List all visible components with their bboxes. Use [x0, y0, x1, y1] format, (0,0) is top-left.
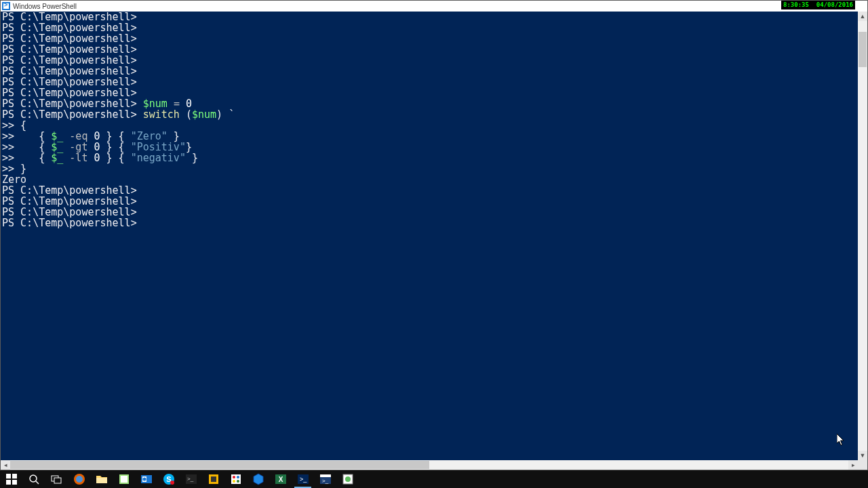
taskbar-excel[interactable]: X [269, 470, 292, 488]
taskbar[interactable]: S >_ X >_ >_ [0, 470, 868, 488]
clock-overlay: 8:30:35 04/08/2016 [781, 1, 855, 9]
camtasia-icon [342, 473, 354, 485]
svg-point-4 [30, 475, 37, 482]
svg-rect-1 [12, 474, 17, 479]
taskview-icon [50, 473, 62, 485]
taskbar-outlook[interactable] [135, 470, 157, 488]
svg-rect-0 [6, 474, 11, 479]
taskbar-paint[interactable] [224, 470, 247, 488]
taskbar-file-explorer[interactable] [90, 470, 113, 488]
virtualbox-icon [252, 473, 264, 485]
vertical-scroll-thumb[interactable] [859, 32, 867, 67]
scroll-right-button[interactable]: ▸ [848, 460, 858, 470]
skype-icon: S [163, 473, 175, 485]
taskbar-skype[interactable]: S [157, 470, 180, 488]
svg-point-9 [76, 476, 83, 483]
svg-point-27 [237, 480, 239, 483]
svg-rect-22 [211, 476, 216, 482]
windows-icon [5, 473, 18, 485]
folder-icon [96, 473, 108, 485]
taskbar-powershell-ise[interactable]: >_ [314, 470, 336, 488]
outlook-icon [140, 473, 153, 485]
vertical-scrollbar[interactable]: ▲ ▼ [858, 12, 867, 460]
powershell-taskbar-icon: >_ [297, 473, 309, 485]
taskbar-notepadpp[interactable] [113, 470, 135, 488]
svg-text:>_: >_ [187, 476, 194, 482]
svg-line-5 [36, 481, 39, 484]
scroll-up-button[interactable]: ▲ [858, 12, 867, 21]
start-button[interactable] [0, 470, 22, 488]
svg-rect-34 [320, 474, 331, 477]
search-button[interactable] [22, 470, 45, 488]
window-title: Windows PowerShell [13, 3, 77, 10]
svg-point-18 [170, 481, 174, 485]
svg-point-37 [345, 476, 351, 482]
titlebar[interactable]: Windows PowerShell 8:30:35 04/08/2016 [1, 1, 867, 12]
svg-point-26 [233, 480, 235, 483]
taskbar-powershell[interactable]: >_ [292, 470, 314, 488]
svg-point-15 [142, 478, 146, 481]
svg-rect-12 [121, 476, 127, 483]
svg-rect-7 [54, 478, 61, 483]
horizontal-scrollbar[interactable]: ◂ ▸ [1, 460, 867, 470]
cmd-icon: >_ [185, 473, 197, 485]
notepadpp-icon [118, 473, 130, 485]
taskbar-app-yellow[interactable] [202, 470, 224, 488]
search-icon [28, 473, 40, 485]
paint-icon [230, 473, 242, 485]
svg-text:>_: >_ [300, 476, 307, 483]
terminal[interactable]: PS C:\Temp\powershell>PS C:\Temp\powersh… [1, 12, 858, 460]
svg-point-25 [237, 476, 239, 479]
terminal-area: PS C:\Temp\powershell>PS C:\Temp\powersh… [1, 12, 867, 460]
svg-rect-2 [6, 480, 11, 485]
svg-text:>_: >_ [322, 478, 329, 484]
svg-rect-3 [12, 480, 17, 485]
taskbar-virtualbox[interactable] [247, 470, 269, 488]
taskview-button[interactable] [45, 470, 67, 488]
scrollbar-corner [858, 460, 867, 470]
svg-text:X: X [278, 476, 283, 483]
horizontal-scroll-thumb[interactable] [10, 461, 429, 469]
powershell-icon [2, 2, 10, 10]
taskbar-firefox[interactable] [68, 470, 90, 488]
taskbar-cmd[interactable]: >_ [180, 470, 202, 488]
svg-point-24 [233, 476, 235, 479]
svg-rect-23 [231, 474, 241, 484]
svg-rect-10 [96, 478, 107, 483]
firefox-icon [73, 473, 85, 485]
scroll-down-button[interactable]: ▼ [858, 451, 867, 460]
powershell-ise-icon: >_ [319, 473, 332, 485]
powershell-window: Windows PowerShell 8:30:35 04/08/2016 PS… [0, 0, 868, 470]
excel-icon: X [275, 473, 287, 485]
taskbar-camtasia[interactable] [336, 470, 359, 488]
scroll-left-button[interactable]: ◂ [1, 460, 10, 470]
app-icon [208, 473, 220, 485]
svg-marker-28 [254, 474, 263, 485]
